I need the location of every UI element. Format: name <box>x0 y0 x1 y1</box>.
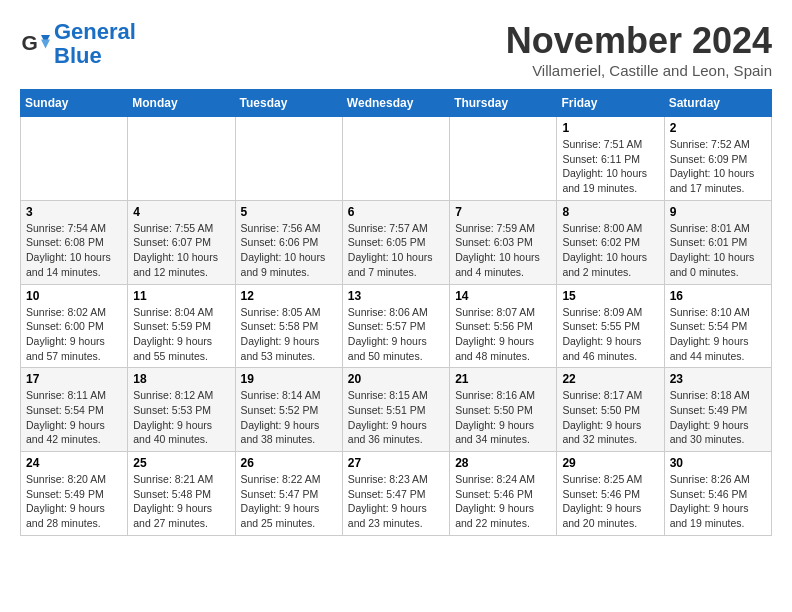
calendar-cell: 23Sunrise: 8:18 AM Sunset: 5:49 PM Dayli… <box>664 368 771 452</box>
day-number: 18 <box>133 372 229 386</box>
weekday-header-thursday: Thursday <box>450 90 557 117</box>
day-number: 19 <box>241 372 337 386</box>
svg-marker-2 <box>41 40 50 49</box>
day-info: Sunrise: 8:15 AM Sunset: 5:51 PM Dayligh… <box>348 388 444 447</box>
calendar-cell: 21Sunrise: 8:16 AM Sunset: 5:50 PM Dayli… <box>450 368 557 452</box>
day-info: Sunrise: 8:20 AM Sunset: 5:49 PM Dayligh… <box>26 472 122 531</box>
day-info: Sunrise: 7:56 AM Sunset: 6:06 PM Dayligh… <box>241 221 337 280</box>
day-number: 10 <box>26 289 122 303</box>
calendar-cell: 17Sunrise: 8:11 AM Sunset: 5:54 PM Dayli… <box>21 368 128 452</box>
day-number: 1 <box>562 121 658 135</box>
calendar-cell: 5Sunrise: 7:56 AM Sunset: 6:06 PM Daylig… <box>235 200 342 284</box>
day-number: 20 <box>348 372 444 386</box>
location-title: Villameriel, Castille and Leon, Spain <box>506 62 772 79</box>
svg-text:G: G <box>22 31 38 54</box>
weekday-header-wednesday: Wednesday <box>342 90 449 117</box>
calendar-cell: 11Sunrise: 8:04 AM Sunset: 5:59 PM Dayli… <box>128 284 235 368</box>
day-info: Sunrise: 8:26 AM Sunset: 5:46 PM Dayligh… <box>670 472 766 531</box>
day-number: 22 <box>562 372 658 386</box>
day-info: Sunrise: 8:25 AM Sunset: 5:46 PM Dayligh… <box>562 472 658 531</box>
day-number: 25 <box>133 456 229 470</box>
day-number: 17 <box>26 372 122 386</box>
calendar-cell: 14Sunrise: 8:07 AM Sunset: 5:56 PM Dayli… <box>450 284 557 368</box>
calendar-cell: 28Sunrise: 8:24 AM Sunset: 5:46 PM Dayli… <box>450 452 557 536</box>
day-info: Sunrise: 8:16 AM Sunset: 5:50 PM Dayligh… <box>455 388 551 447</box>
day-number: 4 <box>133 205 229 219</box>
calendar-cell <box>235 117 342 201</box>
calendar-cell: 2Sunrise: 7:52 AM Sunset: 6:09 PM Daylig… <box>664 117 771 201</box>
calendar-cell <box>450 117 557 201</box>
logo-icon: G <box>20 29 50 59</box>
weekday-header-monday: Monday <box>128 90 235 117</box>
calendar-cell: 30Sunrise: 8:26 AM Sunset: 5:46 PM Dayli… <box>664 452 771 536</box>
calendar-week-3: 10Sunrise: 8:02 AM Sunset: 6:00 PM Dayli… <box>21 284 772 368</box>
header: G General Blue November 2024 Villameriel… <box>20 20 772 79</box>
day-number: 7 <box>455 205 551 219</box>
calendar-cell: 25Sunrise: 8:21 AM Sunset: 5:48 PM Dayli… <box>128 452 235 536</box>
day-number: 26 <box>241 456 337 470</box>
day-info: Sunrise: 8:14 AM Sunset: 5:52 PM Dayligh… <box>241 388 337 447</box>
calendar-cell: 8Sunrise: 8:00 AM Sunset: 6:02 PM Daylig… <box>557 200 664 284</box>
calendar-week-4: 17Sunrise: 8:11 AM Sunset: 5:54 PM Dayli… <box>21 368 772 452</box>
day-number: 12 <box>241 289 337 303</box>
calendar-cell: 27Sunrise: 8:23 AM Sunset: 5:47 PM Dayli… <box>342 452 449 536</box>
calendar-cell: 10Sunrise: 8:02 AM Sunset: 6:00 PM Dayli… <box>21 284 128 368</box>
day-info: Sunrise: 8:11 AM Sunset: 5:54 PM Dayligh… <box>26 388 122 447</box>
day-number: 28 <box>455 456 551 470</box>
day-info: Sunrise: 7:59 AM Sunset: 6:03 PM Dayligh… <box>455 221 551 280</box>
weekday-header-friday: Friday <box>557 90 664 117</box>
calendar-cell: 19Sunrise: 8:14 AM Sunset: 5:52 PM Dayli… <box>235 368 342 452</box>
day-info: Sunrise: 8:00 AM Sunset: 6:02 PM Dayligh… <box>562 221 658 280</box>
day-info: Sunrise: 8:01 AM Sunset: 6:01 PM Dayligh… <box>670 221 766 280</box>
weekday-header-sunday: Sunday <box>21 90 128 117</box>
title-block: November 2024 Villameriel, Castille and … <box>506 20 772 79</box>
day-info: Sunrise: 8:24 AM Sunset: 5:46 PM Dayligh… <box>455 472 551 531</box>
calendar-cell: 13Sunrise: 8:06 AM Sunset: 5:57 PM Dayli… <box>342 284 449 368</box>
day-number: 16 <box>670 289 766 303</box>
day-info: Sunrise: 8:09 AM Sunset: 5:55 PM Dayligh… <box>562 305 658 364</box>
day-info: Sunrise: 8:10 AM Sunset: 5:54 PM Dayligh… <box>670 305 766 364</box>
day-number: 6 <box>348 205 444 219</box>
calendar-table: SundayMondayTuesdayWednesdayThursdayFrid… <box>20 89 772 536</box>
day-info: Sunrise: 7:51 AM Sunset: 6:11 PM Dayligh… <box>562 137 658 196</box>
day-info: Sunrise: 7:54 AM Sunset: 6:08 PM Dayligh… <box>26 221 122 280</box>
day-info: Sunrise: 8:12 AM Sunset: 5:53 PM Dayligh… <box>133 388 229 447</box>
day-number: 2 <box>670 121 766 135</box>
calendar-cell: 26Sunrise: 8:22 AM Sunset: 5:47 PM Dayli… <box>235 452 342 536</box>
calendar-cell: 9Sunrise: 8:01 AM Sunset: 6:01 PM Daylig… <box>664 200 771 284</box>
calendar-cell <box>128 117 235 201</box>
calendar-cell: 3Sunrise: 7:54 AM Sunset: 6:08 PM Daylig… <box>21 200 128 284</box>
day-info: Sunrise: 8:18 AM Sunset: 5:49 PM Dayligh… <box>670 388 766 447</box>
day-number: 29 <box>562 456 658 470</box>
day-number: 21 <box>455 372 551 386</box>
day-number: 23 <box>670 372 766 386</box>
logo-line1: General <box>54 19 136 44</box>
calendar-cell: 20Sunrise: 8:15 AM Sunset: 5:51 PM Dayli… <box>342 368 449 452</box>
calendar-cell: 29Sunrise: 8:25 AM Sunset: 5:46 PM Dayli… <box>557 452 664 536</box>
day-info: Sunrise: 7:52 AM Sunset: 6:09 PM Dayligh… <box>670 137 766 196</box>
day-info: Sunrise: 8:17 AM Sunset: 5:50 PM Dayligh… <box>562 388 658 447</box>
day-number: 27 <box>348 456 444 470</box>
calendar-cell: 16Sunrise: 8:10 AM Sunset: 5:54 PM Dayli… <box>664 284 771 368</box>
weekday-header-row: SundayMondayTuesdayWednesdayThursdayFrid… <box>21 90 772 117</box>
day-info: Sunrise: 8:23 AM Sunset: 5:47 PM Dayligh… <box>348 472 444 531</box>
calendar-week-2: 3Sunrise: 7:54 AM Sunset: 6:08 PM Daylig… <box>21 200 772 284</box>
calendar-cell: 24Sunrise: 8:20 AM Sunset: 5:49 PM Dayli… <box>21 452 128 536</box>
day-number: 3 <box>26 205 122 219</box>
day-info: Sunrise: 8:21 AM Sunset: 5:48 PM Dayligh… <box>133 472 229 531</box>
day-number: 24 <box>26 456 122 470</box>
calendar-cell: 6Sunrise: 7:57 AM Sunset: 6:05 PM Daylig… <box>342 200 449 284</box>
calendar-week-1: 1Sunrise: 7:51 AM Sunset: 6:11 PM Daylig… <box>21 117 772 201</box>
calendar-cell: 18Sunrise: 8:12 AM Sunset: 5:53 PM Dayli… <box>128 368 235 452</box>
day-info: Sunrise: 8:04 AM Sunset: 5:59 PM Dayligh… <box>133 305 229 364</box>
day-info: Sunrise: 7:55 AM Sunset: 6:07 PM Dayligh… <box>133 221 229 280</box>
day-number: 13 <box>348 289 444 303</box>
day-info: Sunrise: 8:06 AM Sunset: 5:57 PM Dayligh… <box>348 305 444 364</box>
calendar-week-5: 24Sunrise: 8:20 AM Sunset: 5:49 PM Dayli… <box>21 452 772 536</box>
calendar-cell: 4Sunrise: 7:55 AM Sunset: 6:07 PM Daylig… <box>128 200 235 284</box>
day-number: 11 <box>133 289 229 303</box>
calendar-cell: 12Sunrise: 8:05 AM Sunset: 5:58 PM Dayli… <box>235 284 342 368</box>
day-number: 14 <box>455 289 551 303</box>
day-number: 9 <box>670 205 766 219</box>
calendar-cell: 22Sunrise: 8:17 AM Sunset: 5:50 PM Dayli… <box>557 368 664 452</box>
